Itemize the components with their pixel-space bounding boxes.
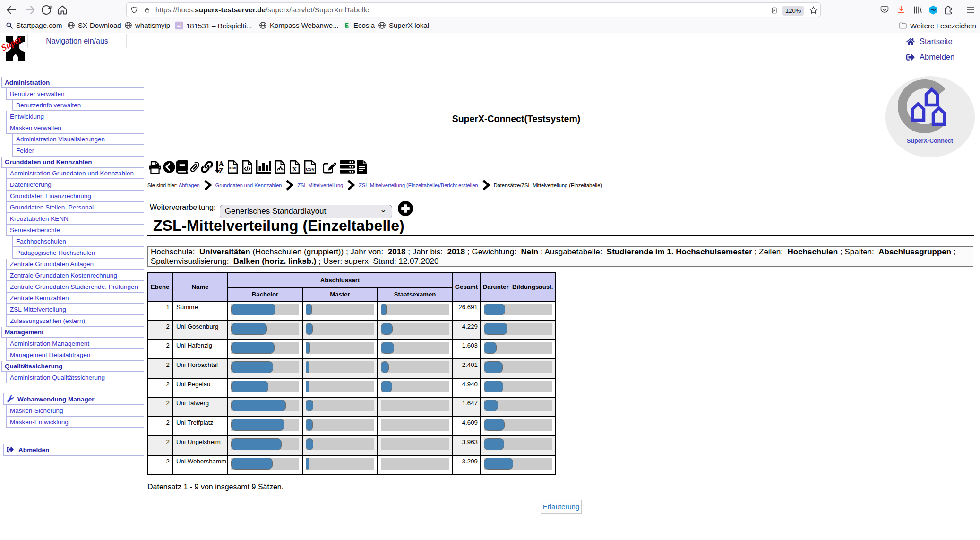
svg-text:Z: Z	[219, 167, 223, 174]
svg-text:SuperX-Connect: SuperX-Connect	[907, 138, 954, 144]
svg-text:A: A	[219, 160, 224, 167]
svg-text:HTML: HTML	[229, 166, 237, 170]
svg-text:CSV: CSV	[306, 167, 315, 172]
svg-text:X: X	[292, 165, 297, 173]
